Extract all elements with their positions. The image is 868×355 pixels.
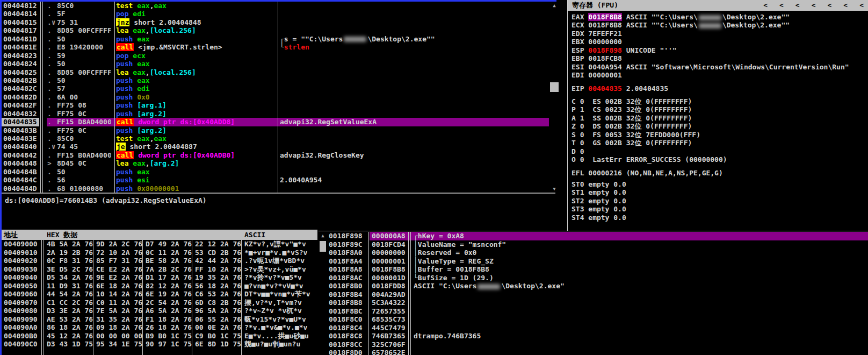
analysis-mark: . (47, 184, 52, 193)
disasm-row[interactable]: 00404814.5Fpop edi (2, 10, 555, 18)
collapse-chevron-icon[interactable]: < (763, 0, 768, 11)
hex-bytes-group: 6E 18 2A 76 (96, 282, 142, 290)
spacer (622, 21, 626, 29)
fpu-register-line[interactable]: ST2 empty 0.0 (572, 197, 868, 205)
disassembly-scrollbar[interactable]: ▲ ▼ (549, 2, 560, 193)
hex-bytes-group: C9 B0 1C 75 (195, 332, 241, 340)
dump-row[interactable]: 0040906044 54 2A 7610 14 2A 766E 19 2A 7… (2, 290, 317, 299)
disasm-row[interactable]: 0040482C.57push edi (2, 84, 555, 93)
text-segment (133, 134, 137, 143)
stack-pane[interactable]: 0018F898000000A8┌hKey = 0xA80018F89C0018… (328, 232, 868, 355)
register-line[interactable]: EAX 0018F8B8 ASCII ""C:\Users\\Desktop\2… (572, 13, 868, 21)
instruction-address: 00404814 (3, 10, 37, 18)
column-divider (93, 240, 93, 355)
instruction-comment: └strlen (280, 43, 309, 51)
disasm-row[interactable]: 00404842.FF15 B0AD4000call dword ptr ds:… (2, 151, 555, 159)
disasm-row[interactable]: 0040484C.56push esi2.0040A954 (2, 176, 555, 184)
flag-line[interactable]: S 0 FS 0053 32位 7EFDD000(FFF) (572, 131, 868, 139)
dump-row[interactable]: 00409090AE 53 2A 7631 35 2A 76F1 18 2A 7… (2, 315, 317, 324)
flag-line[interactable]: Z 0 DS 002B 32位 0(FFFFFFFF) (572, 122, 868, 130)
disasm-row[interactable]: 0040483E.85C0test eax,eax (2, 134, 555, 143)
scroll-up-icon[interactable]: ▲ (319, 232, 327, 239)
disasm-row[interactable]: 0040484B.50push eax (2, 168, 555, 176)
scroll-down-icon[interactable]: ▼ (549, 185, 560, 193)
dump-row[interactable]: 00409080D3 3E 2A 767E 5A 2A 76A6 5A 2A 7… (2, 307, 317, 315)
analysis-mark: . (47, 93, 52, 101)
spacer (622, 13, 626, 21)
disasm-row[interactable]: 00404832.FF75 0Cpush [arg.2] (2, 110, 555, 118)
fpu-register-line[interactable]: ST4 empty 0.0 (572, 214, 868, 222)
disasm-row[interactable]: 00404824.50push eax (2, 60, 555, 68)
register-name: EBP (572, 54, 588, 62)
disasm-row[interactable]: 0040482B.50push eax (2, 76, 555, 84)
register-line[interactable]: EBX 00000000 (572, 38, 868, 46)
scroll-up-icon[interactable]: ▲ (549, 2, 560, 9)
register-line[interactable]: EIP 00404835 2.00404835 (572, 84, 868, 93)
collapse-chevron-icon[interactable]: < (843, 0, 848, 11)
disasm-row[interactable]: 0040482D.6A 00push 0x0 (2, 93, 555, 101)
register-line[interactable]: ESI 0040A954 ASCII "Software\Microsoft\W… (572, 63, 868, 71)
hex-bytes-group: A6 5A 2A 76 (146, 307, 192, 315)
hex-bytes-group: 7E 5A 2A 76 (96, 307, 142, 315)
disasm-row[interactable]: 00404835.FF15 D8AD4000call dword ptr ds:… (2, 118, 555, 126)
register-line[interactable]: ESP 0018F898 UNICODE "''" (572, 46, 868, 54)
hex-bytes-group: 6E 8D 1D 75 (195, 340, 241, 349)
flag-line[interactable]: P 1 CS 0023 32位 0(FFFFFFFF) (572, 105, 868, 113)
text-segment: │Buffer = 0018F8B8 (414, 265, 489, 273)
text-segment: │Reserved = 0x0 (414, 248, 476, 257)
fpu-register-line[interactable]: ST1 empty 0.0 (572, 188, 868, 196)
dump-row[interactable]: 0040905011 D9 31 766E 18 2A 7682 12 2A 7… (2, 282, 317, 290)
instruction: lea eax,[local.256] (116, 26, 196, 34)
efl-line[interactable]: EFL 00000216 (NO,NB,NE,A,NS,PE,GE,G) (572, 169, 868, 177)
flag-line[interactable]: C 0 ES 002B 32位 0(FFFFFFFF) (572, 97, 868, 105)
opcode-bytes: FF75 08 (57, 101, 111, 109)
disasm-row[interactable]: 00404812.85C0test eax,eax (2, 2, 555, 10)
disasm-row[interactable]: 0040481D.50push eax┌s = ""C:\Users\Deskt… (2, 35, 555, 43)
dump-address: 00409020 (4, 257, 38, 265)
collapse-chevron-icon[interactable]: < (795, 0, 800, 11)
disasm-row[interactable]: 00404848>8D45 0Clea eax,[arg.2] (2, 159, 555, 167)
dump-row[interactable]: 004090C0D3 43 1D 7595 34 1E 7590 97 1C 7… (2, 340, 317, 349)
dump-row[interactable]: 004090303E D5 2C 76CE E2 2A 767A 2B 2C 7… (2, 265, 317, 274)
collapse-chevron-icon[interactable]: < (779, 0, 784, 11)
disasm-row[interactable]: 0040484D.68 01000080push 0x80000001 (2, 184, 555, 193)
flag-line[interactable]: A 1 SS 002B 32位 0(FFFFFFFF) (572, 114, 868, 122)
disasm-row[interactable]: 00404817.8D85 00FCFFFFlea eax,[local.256… (2, 26, 555, 34)
flag-line[interactable]: O 0 LastErr ERROR_SUCCESS (00000000) (572, 155, 868, 164)
register-line[interactable]: EDI 00000001 (572, 71, 868, 79)
flag-line[interactable]: T 0 GS 002B 32位 0(FFFFFFFF) (572, 139, 868, 147)
disassembly-pane[interactable]: 00404812.85C0test eax,eax00404814.5Fpop … (2, 2, 555, 193)
disasm-row[interactable]: 0040482F.FF75 08push [arg.1] (2, 101, 555, 109)
instruction-address: 00404812 (3, 2, 37, 10)
dump-row[interactable]: 00409070C1 CC 2C 76C0 11 2A 762C 54 2A 7… (2, 299, 317, 307)
collapse-chevron-icon[interactable]: < (828, 0, 832, 11)
dump-row[interactable]: 004090A086 18 2A 7609 18 2A 7626 18 2A 7… (2, 323, 317, 332)
register-value: 0018F898 (588, 46, 622, 54)
disasm-row[interactable]: 00404823.59pop ecx (2, 52, 555, 60)
registers-pane[interactable]: 寄存器 (FPU) <<<<<<< EAX 0018F8B8 ASCII ""C… (568, 0, 868, 231)
disasm-row[interactable]: 0040481E.E8 19420000call <jmp.&MSVCRT.st… (2, 43, 555, 51)
dump-row[interactable]: 004090B045 12 2A 7600 00 00 00B9 B0 1C 7… (2, 332, 317, 340)
register-line[interactable]: ECX 0018F8B8 ASCII ""C:\Users\\Desktop\2… (572, 21, 868, 29)
flag-line[interactable]: D 0 (572, 147, 868, 155)
memory-dump-pane[interactable]: 地址 HEX 数据 ASCII 004090004B 5A 2A 769D 2A… (2, 230, 317, 355)
scrollbar-thumb[interactable] (550, 82, 559, 92)
register-line[interactable]: EBP 0018FCB8 (572, 54, 868, 62)
dump-row[interactable]: 004090200C F8 31 7685 F7 31 76BE 58 2A 7… (2, 257, 317, 265)
hex-bytes-group: 2A 19 2B 76 (47, 248, 93, 257)
dump-row[interactable]: 004090102A 19 2B 7672 10 2A 760C 11 2A 7… (2, 248, 317, 257)
disasm-row[interactable]: 00404815.∨75 31jnz short 2.00404848 (2, 18, 555, 26)
collapse-chevron-icon[interactable]: < (859, 0, 864, 11)
disasm-row[interactable]: 00404840.∨74 45je short 2.00404887 (2, 143, 555, 151)
fpu-register-line[interactable]: ST0 empty 0.0 (572, 180, 868, 188)
dump-row[interactable]: 00409040D5 34 2A 769E E2 2A 76D1 17 2A 7… (2, 273, 317, 282)
register-line[interactable]: EDX 7EFEFF21 (572, 30, 868, 38)
fpu-register-line[interactable]: ST3 empty 0.0 (572, 205, 868, 213)
collapse-chevron-icon[interactable]: < (812, 0, 816, 11)
dump-row[interactable]: 004090004B 5A 2A 769D 2A 2C 76D7 49 2A 7… (2, 240, 317, 248)
disasm-row[interactable]: 00404825.8D85 00FCFFFFlea eax,[local.256… (2, 68, 555, 76)
disasm-row[interactable]: 0040483B.FF75 0Cpush [arg.2] (2, 126, 555, 134)
text-segment: \Desktop\2.exe"" (367, 35, 435, 43)
stack-scrollbar[interactable]: ▲ (319, 232, 327, 355)
scrollbar-thumb[interactable] (320, 241, 326, 252)
